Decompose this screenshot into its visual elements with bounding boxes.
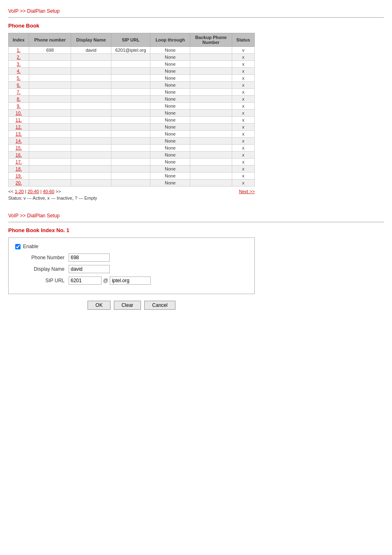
row-index: 2. — [9, 54, 29, 61]
row-backup — [190, 138, 232, 145]
row-phone — [29, 82, 71, 89]
row-backup — [190, 96, 232, 103]
row-index-link[interactable]: 7. — [17, 90, 21, 94]
enable-checkbox[interactable] — [15, 244, 21, 249]
row-sip — [111, 138, 150, 145]
row-index: 10. — [9, 110, 29, 117]
table-row: 13.Nonex — [9, 131, 255, 138]
row-loop: None — [150, 75, 190, 82]
table-row: 17.Nonex — [9, 159, 255, 166]
table-row: 15.Nonex — [9, 145, 255, 152]
row-index-link[interactable]: 5. — [17, 76, 21, 81]
page-20-40[interactable]: 20-40 — [28, 189, 39, 194]
row-index-link[interactable]: 2. — [17, 55, 21, 60]
row-index-link[interactable]: 4. — [17, 69, 21, 74]
sip-url-user-input[interactable] — [69, 276, 101, 285]
row-index: 20. — [9, 180, 29, 187]
row-display — [71, 131, 111, 138]
row-backup — [190, 103, 232, 110]
row-backup — [190, 117, 232, 124]
row-index-link[interactable]: 14. — [16, 138, 22, 143]
row-status: x — [232, 138, 254, 145]
row-index-link[interactable]: 12. — [16, 124, 22, 129]
clear-button[interactable]: Clear — [114, 301, 141, 310]
row-index-link[interactable]: 1. — [17, 48, 21, 53]
row-index-link[interactable]: 19. — [16, 173, 22, 178]
row-loop: None — [150, 103, 190, 110]
status-note: Status: v --- Active, x --- Inactive, ? … — [8, 196, 384, 200]
row-index: 12. — [9, 124, 29, 131]
row-backup — [190, 145, 232, 152]
row-status: v — [232, 47, 254, 54]
row-backup — [190, 110, 232, 117]
row-index-link[interactable]: 16. — [16, 152, 22, 157]
row-backup — [190, 124, 232, 131]
row-backup — [190, 61, 232, 68]
row-index: 8. — [9, 96, 29, 103]
form-box: Enable Phone Number Display Name SIP URL… — [8, 237, 255, 294]
row-status: x — [232, 68, 254, 75]
row-index-link[interactable]: 13. — [16, 131, 22, 136]
page-40-60[interactable]: 40-60 — [43, 189, 54, 194]
cancel-button[interactable]: Cancel — [144, 301, 175, 310]
row-display — [71, 117, 111, 124]
row-backup — [190, 75, 232, 82]
phonebook-table: Index Phone number Display Name SIP URL … — [8, 33, 255, 187]
row-display — [71, 138, 111, 145]
row-display — [71, 173, 111, 180]
row-index-link[interactable]: 8. — [17, 97, 21, 101]
row-status: x — [232, 61, 254, 68]
row-status: x — [232, 124, 254, 131]
col-backup: Backup PhoneNumber — [190, 33, 232, 47]
row-index-link[interactable]: 11. — [16, 117, 22, 122]
ok-button[interactable]: OK — [88, 301, 110, 310]
row-sip — [111, 124, 150, 131]
row-backup — [190, 68, 232, 75]
divider-2 — [8, 222, 384, 222]
breadcrumb-2: VoIP >> DialPlan Setup — [8, 213, 384, 219]
row-sip: 6201@iptel.org — [111, 47, 150, 54]
row-loop: None — [150, 96, 190, 103]
row-backup — [190, 82, 232, 89]
row-index-link[interactable]: 9. — [17, 104, 21, 108]
row-backup — [190, 131, 232, 138]
row-index: 17. — [9, 159, 29, 166]
row-phone — [29, 173, 71, 180]
row-index-link[interactable]: 15. — [16, 145, 22, 150]
table-row: 19.Nonex — [9, 173, 255, 180]
row-index-link[interactable]: 17. — [16, 159, 22, 164]
page-1-20[interactable]: 1-20 — [15, 189, 24, 194]
row-backup — [190, 180, 232, 187]
row-status: x — [232, 152, 254, 159]
row-index: 11. — [9, 117, 29, 124]
table-row: 9.Nonex — [9, 103, 255, 110]
row-index: 15. — [9, 145, 29, 152]
row-index: 7. — [9, 89, 29, 96]
row-phone — [29, 103, 71, 110]
row-index-link[interactable]: 18. — [16, 166, 22, 171]
row-index: 19. — [9, 173, 29, 180]
row-status: x — [232, 89, 254, 96]
col-display: Display Name — [71, 33, 111, 47]
row-loop: None — [150, 138, 190, 145]
table-row: 14.Nonex — [9, 138, 255, 145]
sip-domain-input[interactable] — [110, 276, 151, 285]
row-display — [71, 75, 111, 82]
row-backup — [190, 47, 232, 54]
phone-number-input[interactable] — [69, 253, 110, 262]
row-index-link[interactable]: 10. — [16, 111, 22, 115]
next-link[interactable]: Next >> — [239, 189, 255, 194]
section-phonebook-table: VoIP >> DialPlan Setup Phone Book Index … — [8, 8, 384, 200]
row-phone — [29, 89, 71, 96]
col-status: Status — [232, 33, 254, 47]
row-index-link[interactable]: 20. — [16, 180, 22, 185]
table-row: 16.Nonex — [9, 152, 255, 159]
row-index-link[interactable]: 6. — [17, 83, 21, 88]
row-sip — [111, 54, 150, 61]
row-loop: None — [150, 110, 190, 117]
row-index-link[interactable]: 3. — [17, 62, 21, 67]
table-row: 2.Nonex — [9, 54, 255, 61]
col-loop: Loop through — [150, 33, 190, 47]
row-status: x — [232, 159, 254, 166]
display-name-input[interactable] — [69, 265, 110, 273]
